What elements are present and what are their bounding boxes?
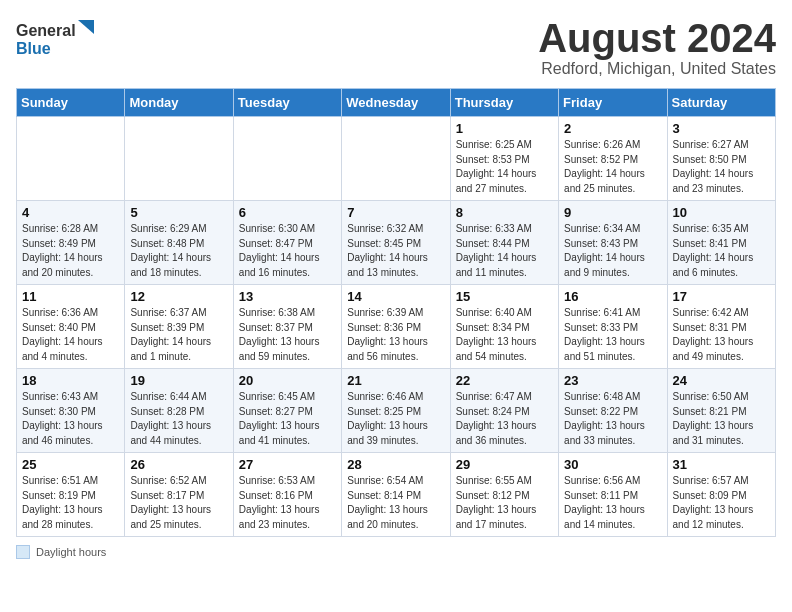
calendar-cell-2-4: 15Sunrise: 6:40 AMSunset: 8:34 PMDayligh…: [450, 285, 558, 369]
calendar-cell-1-0: 4Sunrise: 6:28 AMSunset: 8:49 PMDaylight…: [17, 201, 125, 285]
legend-box: [16, 545, 30, 559]
day-detail: Sunrise: 6:35 AMSunset: 8:41 PMDaylight:…: [673, 222, 770, 280]
calendar-cell-0-4: 1Sunrise: 6:25 AMSunset: 8:53 PMDaylight…: [450, 117, 558, 201]
day-detail: Sunrise: 6:54 AMSunset: 8:14 PMDaylight:…: [347, 474, 444, 532]
week-row-2: 11Sunrise: 6:36 AMSunset: 8:40 PMDayligh…: [17, 285, 776, 369]
day-detail: Sunrise: 6:37 AMSunset: 8:39 PMDaylight:…: [130, 306, 227, 364]
day-number: 5: [130, 205, 227, 220]
weekday-header-friday: Friday: [559, 89, 667, 117]
day-detail: Sunrise: 6:55 AMSunset: 8:12 PMDaylight:…: [456, 474, 553, 532]
day-detail: Sunrise: 6:26 AMSunset: 8:52 PMDaylight:…: [564, 138, 661, 196]
calendar-cell-0-1: [125, 117, 233, 201]
calendar-cell-2-6: 17Sunrise: 6:42 AMSunset: 8:31 PMDayligh…: [667, 285, 775, 369]
logo-icon: General Blue: [16, 16, 96, 60]
day-detail: Sunrise: 6:42 AMSunset: 8:31 PMDaylight:…: [673, 306, 770, 364]
day-number: 30: [564, 457, 661, 472]
day-detail: Sunrise: 6:47 AMSunset: 8:24 PMDaylight:…: [456, 390, 553, 448]
title-block: August 2024 Redford, Michigan, United St…: [538, 16, 776, 78]
day-number: 7: [347, 205, 444, 220]
calendar-cell-3-1: 19Sunrise: 6:44 AMSunset: 8:28 PMDayligh…: [125, 369, 233, 453]
calendar-cell-2-3: 14Sunrise: 6:39 AMSunset: 8:36 PMDayligh…: [342, 285, 450, 369]
weekday-header-tuesday: Tuesday: [233, 89, 341, 117]
day-detail: Sunrise: 6:34 AMSunset: 8:43 PMDaylight:…: [564, 222, 661, 280]
calendar-cell-2-1: 12Sunrise: 6:37 AMSunset: 8:39 PMDayligh…: [125, 285, 233, 369]
week-row-3: 18Sunrise: 6:43 AMSunset: 8:30 PMDayligh…: [17, 369, 776, 453]
calendar-cell-2-2: 13Sunrise: 6:38 AMSunset: 8:37 PMDayligh…: [233, 285, 341, 369]
calendar-cell-2-0: 11Sunrise: 6:36 AMSunset: 8:40 PMDayligh…: [17, 285, 125, 369]
page-header: General Blue August 2024 Redford, Michig…: [16, 16, 776, 78]
day-detail: Sunrise: 6:30 AMSunset: 8:47 PMDaylight:…: [239, 222, 336, 280]
day-detail: Sunrise: 6:39 AMSunset: 8:36 PMDaylight:…: [347, 306, 444, 364]
day-detail: Sunrise: 6:51 AMSunset: 8:19 PMDaylight:…: [22, 474, 119, 532]
calendar-cell-3-5: 23Sunrise: 6:48 AMSunset: 8:22 PMDayligh…: [559, 369, 667, 453]
calendar-cell-3-0: 18Sunrise: 6:43 AMSunset: 8:30 PMDayligh…: [17, 369, 125, 453]
day-number: 31: [673, 457, 770, 472]
day-number: 4: [22, 205, 119, 220]
day-detail: Sunrise: 6:48 AMSunset: 8:22 PMDaylight:…: [564, 390, 661, 448]
day-number: 19: [130, 373, 227, 388]
day-number: 23: [564, 373, 661, 388]
calendar-cell-2-5: 16Sunrise: 6:41 AMSunset: 8:33 PMDayligh…: [559, 285, 667, 369]
day-detail: Sunrise: 6:52 AMSunset: 8:17 PMDaylight:…: [130, 474, 227, 532]
calendar-cell-1-2: 6Sunrise: 6:30 AMSunset: 8:47 PMDaylight…: [233, 201, 341, 285]
day-detail: Sunrise: 6:40 AMSunset: 8:34 PMDaylight:…: [456, 306, 553, 364]
weekday-header-sunday: Sunday: [17, 89, 125, 117]
calendar-cell-3-2: 20Sunrise: 6:45 AMSunset: 8:27 PMDayligh…: [233, 369, 341, 453]
calendar-cell-4-3: 28Sunrise: 6:54 AMSunset: 8:14 PMDayligh…: [342, 453, 450, 537]
calendar-cell-1-4: 8Sunrise: 6:33 AMSunset: 8:44 PMDaylight…: [450, 201, 558, 285]
calendar-cell-1-1: 5Sunrise: 6:29 AMSunset: 8:48 PMDaylight…: [125, 201, 233, 285]
calendar-cell-0-5: 2Sunrise: 6:26 AMSunset: 8:52 PMDaylight…: [559, 117, 667, 201]
day-number: 26: [130, 457, 227, 472]
day-detail: Sunrise: 6:32 AMSunset: 8:45 PMDaylight:…: [347, 222, 444, 280]
location: Redford, Michigan, United States: [538, 60, 776, 78]
day-detail: Sunrise: 6:28 AMSunset: 8:49 PMDaylight:…: [22, 222, 119, 280]
legend: Daylight hours: [16, 545, 776, 559]
day-number: 27: [239, 457, 336, 472]
day-number: 9: [564, 205, 661, 220]
weekday-header-saturday: Saturday: [667, 89, 775, 117]
day-detail: Sunrise: 6:56 AMSunset: 8:11 PMDaylight:…: [564, 474, 661, 532]
day-number: 15: [456, 289, 553, 304]
calendar-table: SundayMondayTuesdayWednesdayThursdayFrid…: [16, 88, 776, 537]
day-number: 18: [22, 373, 119, 388]
weekday-header-row: SundayMondayTuesdayWednesdayThursdayFrid…: [17, 89, 776, 117]
calendar-cell-3-4: 22Sunrise: 6:47 AMSunset: 8:24 PMDayligh…: [450, 369, 558, 453]
calendar-cell-1-6: 10Sunrise: 6:35 AMSunset: 8:41 PMDayligh…: [667, 201, 775, 285]
week-row-0: 1Sunrise: 6:25 AMSunset: 8:53 PMDaylight…: [17, 117, 776, 201]
weekday-header-thursday: Thursday: [450, 89, 558, 117]
calendar-cell-0-3: [342, 117, 450, 201]
day-number: 21: [347, 373, 444, 388]
calendar-cell-1-5: 9Sunrise: 6:34 AMSunset: 8:43 PMDaylight…: [559, 201, 667, 285]
calendar-cell-4-2: 27Sunrise: 6:53 AMSunset: 8:16 PMDayligh…: [233, 453, 341, 537]
month-title: August 2024: [538, 16, 776, 60]
day-detail: Sunrise: 6:29 AMSunset: 8:48 PMDaylight:…: [130, 222, 227, 280]
calendar-cell-3-6: 24Sunrise: 6:50 AMSunset: 8:21 PMDayligh…: [667, 369, 775, 453]
day-number: 11: [22, 289, 119, 304]
day-detail: Sunrise: 6:27 AMSunset: 8:50 PMDaylight:…: [673, 138, 770, 196]
day-number: 17: [673, 289, 770, 304]
day-detail: Sunrise: 6:36 AMSunset: 8:40 PMDaylight:…: [22, 306, 119, 364]
day-number: 10: [673, 205, 770, 220]
calendar-cell-4-1: 26Sunrise: 6:52 AMSunset: 8:17 PMDayligh…: [125, 453, 233, 537]
day-detail: Sunrise: 6:33 AMSunset: 8:44 PMDaylight:…: [456, 222, 553, 280]
day-number: 6: [239, 205, 336, 220]
day-detail: Sunrise: 6:38 AMSunset: 8:37 PMDaylight:…: [239, 306, 336, 364]
day-number: 28: [347, 457, 444, 472]
calendar-cell-1-3: 7Sunrise: 6:32 AMSunset: 8:45 PMDaylight…: [342, 201, 450, 285]
calendar-cell-0-0: [17, 117, 125, 201]
logo: General Blue: [16, 16, 96, 60]
day-number: 1: [456, 121, 553, 136]
weekday-header-monday: Monday: [125, 89, 233, 117]
day-detail: Sunrise: 6:50 AMSunset: 8:21 PMDaylight:…: [673, 390, 770, 448]
calendar-cell-0-2: [233, 117, 341, 201]
day-detail: Sunrise: 6:41 AMSunset: 8:33 PMDaylight:…: [564, 306, 661, 364]
week-row-1: 4Sunrise: 6:28 AMSunset: 8:49 PMDaylight…: [17, 201, 776, 285]
day-number: 22: [456, 373, 553, 388]
legend-label: Daylight hours: [36, 546, 106, 558]
day-detail: Sunrise: 6:44 AMSunset: 8:28 PMDaylight:…: [130, 390, 227, 448]
day-number: 14: [347, 289, 444, 304]
calendar-cell-4-0: 25Sunrise: 6:51 AMSunset: 8:19 PMDayligh…: [17, 453, 125, 537]
day-number: 20: [239, 373, 336, 388]
day-number: 3: [673, 121, 770, 136]
day-number: 24: [673, 373, 770, 388]
